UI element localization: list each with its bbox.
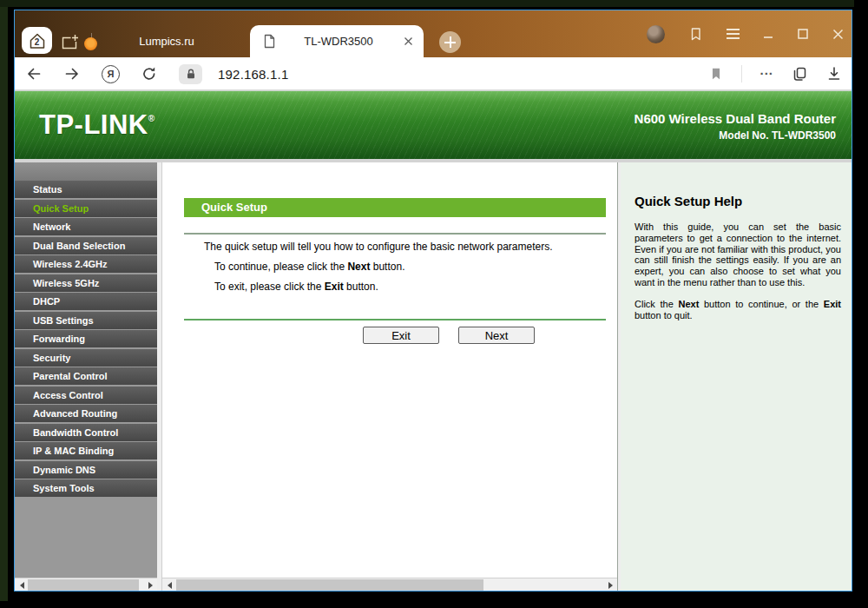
extensions-more-button[interactable]: ...	[760, 66, 773, 82]
buttons-divider	[184, 319, 606, 321]
desktop-background-edge	[0, 0, 8, 601]
navigation-sidebar: StatusQuick SetupNetworkDual Band Select…	[15, 162, 157, 591]
url-input[interactable]: 192.168.1.1	[218, 67, 288, 82]
sidebar-item-advanced-routing[interactable]: Advanced Routing	[15, 405, 157, 422]
yandex-services-icon[interactable]: Я	[102, 65, 120, 83]
sidebar-item-security[interactable]: Security	[15, 349, 157, 367]
sidebar-item-quick-setup[interactable]: Quick Setup	[15, 200, 157, 217]
intro-text: The quick setup will tell you how to con…	[204, 241, 553, 253]
profile-avatar[interactable]	[647, 25, 665, 43]
close-window-icon[interactable]	[832, 28, 845, 41]
lumpics-favicon	[84, 37, 97, 50]
section-title-bar: Quick Setup	[184, 198, 606, 217]
scroll-right-icon[interactable]	[144, 578, 157, 591]
sidebar-top-strip	[15, 162, 157, 181]
desktop-background-edge-top	[0, 0, 854, 7]
sidebar-item-dual-band-selection[interactable]: Dual Band Selection	[15, 237, 157, 254]
reload-icon[interactable]	[141, 65, 158, 83]
help-paragraph: With this guide, you can set the basic p…	[635, 221, 841, 288]
yandex-letter: Я	[108, 69, 115, 79]
bookmark-icon[interactable]	[708, 66, 724, 82]
new-tab-button[interactable]	[439, 31, 461, 53]
maximize-icon[interactable]	[797, 28, 809, 40]
exit-instruction: To exit, please click the Exit button.	[214, 281, 378, 293]
sidebar-item-usb-settings[interactable]: USB Settings	[15, 312, 157, 329]
sidebar-item-parental-control[interactable]: Parental Control	[15, 367, 157, 385]
home-tabs-button[interactable]: 2	[22, 27, 52, 54]
sidebar-item-bandwidth-control[interactable]: Bandwidth Control	[15, 424, 157, 441]
tab-lumpics-label: Lumpics.ru	[110, 35, 223, 48]
model-number: Model No. TL-WDR3500	[635, 129, 836, 142]
sidebar-item-dhcp[interactable]: DHCP	[15, 293, 157, 310]
tab-tl-wdr3500[interactable]: TL-WDR3500	[250, 25, 424, 57]
exit-button[interactable]: Exit	[363, 327, 439, 344]
router-page-frames: StatusQuick SetupNetworkDual Band Select…	[15, 162, 852, 591]
sidebar-menu: StatusQuick SetupNetworkDual Band Select…	[15, 181, 157, 497]
sidebar-item-dynamic-dns[interactable]: Dynamic DNS	[15, 461, 157, 479]
minimize-icon[interactable]	[762, 28, 774, 40]
tab-close-icon[interactable]	[401, 35, 415, 49]
menu-icon[interactable]	[727, 29, 740, 39]
registered-trademark: ®	[148, 114, 155, 123]
continue-instruction: To continue, please click the Next butto…	[214, 261, 404, 273]
bookmarks-flag-icon[interactable]	[687, 26, 704, 43]
forward-icon[interactable]	[63, 65, 81, 83]
sidebar-item-ip-mac-binding[interactable]: IP & MAC Binding	[15, 442, 157, 459]
sidebar-item-status[interactable]: Status	[15, 181, 157, 198]
section-divider	[184, 233, 606, 235]
open-tabs-count: 2	[22, 37, 52, 47]
back-icon[interactable]	[25, 65, 43, 83]
main-content-frame: Quick Setup The quick setup will tell yo…	[162, 162, 617, 591]
site-security-badge[interactable]	[179, 64, 202, 84]
tab-title: TL-WDR3500	[276, 35, 401, 48]
sidebar-item-system-tools[interactable]: System Tools	[15, 479, 157, 497]
page-icon	[263, 34, 276, 49]
scroll-right-icon[interactable]	[604, 578, 617, 591]
browser-window: 2 Lumpics.ru TL-WDR3500	[14, 10, 852, 591]
tabs-panel-icon[interactable]	[791, 65, 808, 83]
help-title: Quick Setup Help	[635, 194, 841, 208]
addressbar-divider	[741, 65, 742, 83]
scroll-left-icon[interactable]	[162, 578, 175, 591]
product-name: N600 Wireless Dual Band Router	[635, 111, 836, 126]
help-panel: Quick Setup Help With this guide, you ca…	[621, 162, 852, 591]
browser-addressbar: Я 192.168.1.1 ...	[15, 57, 852, 90]
sidebar-item-wireless-5ghz[interactable]: Wireless 5GHz	[15, 274, 157, 292]
browser-titlebar: 2 Lumpics.ru TL-WDR3500	[15, 10, 852, 57]
main-horizontal-scrollbar[interactable]	[162, 578, 617, 591]
help-paragraph-2: Click the Next button to continue, or th…	[635, 299, 841, 321]
download-icon[interactable]	[825, 65, 843, 83]
tab-lumpics[interactable]: Lumpics.ru	[69, 26, 251, 57]
lock-icon	[184, 67, 198, 81]
sidebar-horizontal-scrollbar[interactable]	[15, 578, 157, 591]
sidebar-item-network[interactable]: Network	[15, 218, 157, 235]
sidebar-item-access-control[interactable]: Access Control	[15, 387, 157, 404]
tp-link-logo: TP-LINK®	[39, 109, 155, 141]
router-page-header: TP-LINK® N600 Wireless Dual Band Router …	[15, 90, 852, 159]
scroll-left-icon[interactable]	[15, 578, 28, 591]
sidebar-item-forwarding[interactable]: Forwarding	[15, 330, 157, 347]
main-scrollbar-thumb[interactable]	[176, 579, 483, 591]
sidebar-item-wireless-2-4ghz[interactable]: Wireless 2.4GHz	[15, 255, 157, 273]
next-button[interactable]: Next	[458, 327, 535, 344]
sidebar-scrollbar-thumb[interactable]	[28, 579, 139, 591]
